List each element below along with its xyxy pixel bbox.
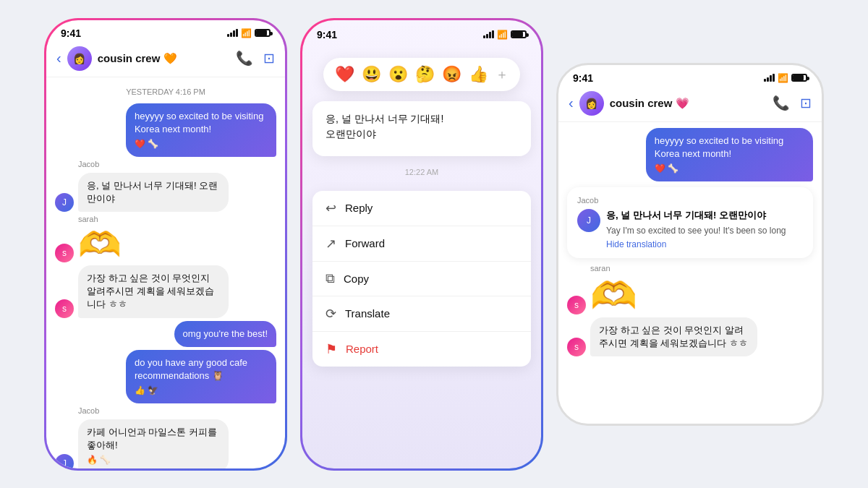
translated-text: Yay I'm so excited to see you! It's been… <box>606 225 786 237</box>
sender-name: sarah <box>78 215 276 223</box>
phone2-screen: 9:41 📶 ❤️ 😃 😮 <box>302 20 541 468</box>
emoji-bubble: 🫶 <box>78 228 122 262</box>
emoji-heart[interactable]: ❤️ <box>335 65 354 84</box>
report-icon: ⚑ <box>326 341 337 357</box>
table-row: omg you're the best! <box>55 321 276 347</box>
context-bubble: 응, 널 만나서 너무 기대돼!오랜만이야 <box>312 101 531 156</box>
bubble-mine-1: heyyyy so excited to be visiting Korea n… <box>646 128 813 181</box>
avatar-image: 👩 <box>579 91 604 116</box>
copy-menu-item[interactable]: ⧉ Copy <box>312 262 531 296</box>
battery-icon <box>511 30 527 38</box>
phone3-status-bar: 9:41 📶 <box>558 65 822 87</box>
battery-icon <box>791 74 807 82</box>
emoji-surprise[interactable]: 😮 <box>388 65 408 84</box>
wifi-icon: 📶 <box>778 73 788 83</box>
sender-name: Jacob <box>78 406 276 415</box>
forward-label: Forward <box>345 237 385 249</box>
emoji-bubble: 🫶 <box>590 277 637 314</box>
chat-area: YESTERDAY 4:16 PM heyyyy so excited to b… <box>46 77 285 468</box>
table-row: heyyyy so excited to be visiting Korea n… <box>55 103 276 157</box>
phone3-chat-header: ‹ 👩 cousin crew 💗 📞 ⊡ <box>558 87 822 122</box>
table-row: do you have any good cafe recommendation… <box>55 350 276 403</box>
bubble-theirs-3: 카페 어니언과 마일스톤 커피를 좋아해! 🔥 🦴 <box>78 419 229 468</box>
signal-icon <box>483 30 494 38</box>
sender-name: saran <box>590 264 813 273</box>
table-row: s 가장 하고 싶은 것이 무엇인지 알려주시면 계획을 세워보겠습니다 ㅎㅎ <box>567 317 813 356</box>
signal-icon <box>764 74 775 82</box>
translation-content: J 응, 널 만나서 너무 기대돼! 오랜만이야 Yay I'm so exci… <box>577 209 803 249</box>
copy-icon: ⧉ <box>326 271 335 286</box>
table-row: heyyyy so excited to be visiting Korea n… <box>567 128 813 181</box>
video-icon[interactable]: ⊡ <box>263 50 275 67</box>
phone3-status-icons: 📶 <box>764 73 807 83</box>
table-row: s 🫶 <box>55 228 276 262</box>
translation-card: Jacob J 응, 널 만나서 너무 기대돼! 오랜만이야 Yay I'm s… <box>567 187 813 258</box>
phone3-chat-area: heyyyy so excited to be visiting Korea n… <box>558 122 822 424</box>
bubble-mine-3: do you have any good cafe recommendation… <box>126 350 276 403</box>
emoji-think[interactable]: 🤔 <box>415 65 435 84</box>
bubble-mine-1: heyyyy so excited to be visiting Korea n… <box>126 103 276 157</box>
video-icon[interactable]: ⊡ <box>800 95 812 111</box>
phone2-status-icons: 📶 <box>483 30 527 40</box>
emoji-reaction-picker[interactable]: ❤️ 😃 😮 🤔 😡 👍 ＋ <box>323 58 520 91</box>
group-avatar: 👩 <box>579 91 604 116</box>
forward-menu-item[interactable]: ↗ Forward <box>312 226 531 262</box>
avatar-image: 👩 <box>67 46 92 71</box>
bubble-theirs-1: 응, 널 만나서 너무 기대돼! 오랜만이야 <box>78 173 229 212</box>
bubble-theirs-3: 가장 하고 싶은 것이 무엇인지 알려주시면 계획을 세워보겠습니다 ㅎㅎ <box>590 317 757 356</box>
emoji-more-button[interactable]: ＋ <box>495 66 509 83</box>
avatar: J <box>55 454 74 468</box>
chat-title[interactable]: cousin crew 💗 <box>610 97 767 110</box>
phone1-frame: 9:41 📶 ‹ 👩 cousin crew 🧡 📞 ⊡ <box>44 18 287 471</box>
sender-name: Jacob <box>78 160 276 168</box>
signal-icon <box>227 29 238 37</box>
back-button[interactable]: ‹ <box>56 50 61 67</box>
avatar: s <box>55 299 74 318</box>
back-button[interactable]: ‹ <box>569 95 574 111</box>
phone2-status-bar: 9:41 📶 <box>302 20 541 43</box>
phone3-screen: 9:41 📶 ‹ 👩 cousin crew 💗 📞 ⊡ <box>558 65 822 424</box>
avatar: J <box>577 209 600 232</box>
context-time: 12:22 AM <box>405 168 438 176</box>
group-avatar: 👩 <box>67 46 92 71</box>
avatar: s <box>55 244 74 262</box>
header-action-icons: 📞 ⊡ <box>236 50 275 67</box>
bubble-mine-2: omg you're the best! <box>174 321 276 347</box>
phone1-status-icons: 📶 <box>227 28 271 38</box>
table-row: s 가장 하고 싶은 것이 무엇인지 알려주시면 계획을 세워보겠습니다 ㅎㅎ <box>55 265 276 318</box>
avatar: s <box>567 296 586 314</box>
phone-icon[interactable]: 📞 <box>773 95 790 111</box>
emoji-smile[interactable]: 😃 <box>362 65 381 84</box>
table-row: J 응, 널 만나서 너무 기대돼! 오랜만이야 <box>55 173 276 212</box>
header-action-icons: 📞 ⊡ <box>773 95 812 111</box>
translate-menu-item[interactable]: ⟳ Translate <box>312 296 531 332</box>
original-text: 응, 널 만나서 너무 기대돼! 오랜만이야 <box>606 209 786 222</box>
report-label: Report <box>346 343 378 355</box>
translation-bubble: 응, 널 만나서 너무 기대돼! 오랜만이야 Yay I'm so excite… <box>606 209 786 249</box>
bubble-text: heyyyy so excited to be visiting Korea n… <box>135 111 263 134</box>
reply-menu-item[interactable]: ↩ Reply <box>312 191 531 226</box>
bubble-theirs-2: 가장 하고 싶은 것이 무엇인지 알려주시면 계획을 세워보겠습니다 ㅎㅎ <box>78 265 229 318</box>
phone1-time: 9:41 <box>61 27 81 39</box>
phone-icon[interactable]: 📞 <box>236 50 253 67</box>
emoji-angry[interactable]: 😡 <box>442 65 461 84</box>
avatar: J <box>55 193 74 212</box>
phone2-bg: 9:41 📶 ❤️ 😃 😮 <box>302 20 541 468</box>
hide-translation-link[interactable]: Hide translation <box>606 239 786 249</box>
copy-label: Copy <box>344 273 369 285</box>
phone2-time: 9:41 <box>317 29 337 40</box>
sender-name: Jacob <box>577 196 803 205</box>
phone3-frame: 9:41 📶 ‹ 👩 cousin crew 💗 📞 ⊡ <box>556 63 824 426</box>
battery-icon <box>255 29 271 37</box>
date-label: YESTERDAY 4:16 PM <box>55 87 276 96</box>
table-row: J 카페 어니언과 마일스톤 커피를 좋아해! 🔥 🦴 <box>55 419 276 468</box>
chat-title[interactable]: cousin crew 🧡 <box>98 52 230 65</box>
emoji-thumbs[interactable]: 👍 <box>469 65 488 84</box>
wifi-icon: 📶 <box>241 28 252 38</box>
avatar: s <box>567 338 586 356</box>
phone1-status-bar: 9:41 📶 <box>46 20 285 42</box>
reply-label: Reply <box>345 202 373 214</box>
report-menu-item[interactable]: ⚑ Report <box>312 332 531 367</box>
chat-header: ‹ 👩 cousin crew 🧡 📞 ⊡ <box>46 42 285 77</box>
context-menu: ↩ Reply ↗ Forward ⧉ Copy ⟳ Translate <box>312 191 531 367</box>
